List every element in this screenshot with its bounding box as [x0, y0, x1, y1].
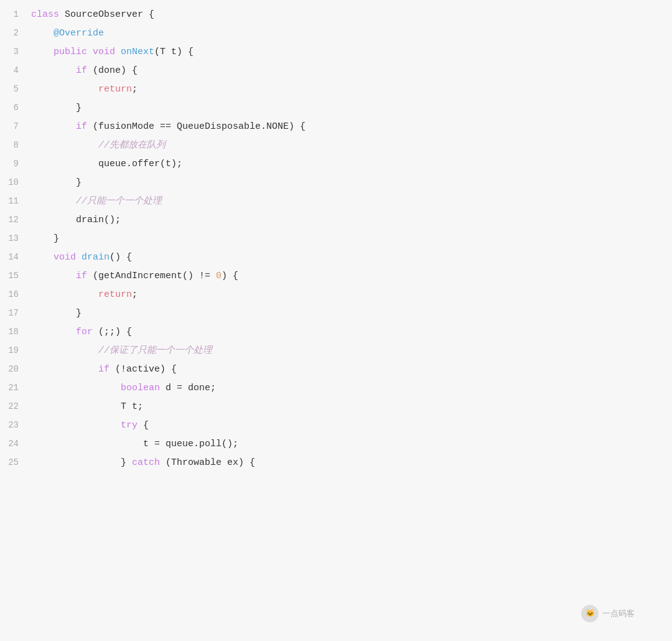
code-content: } — [31, 232, 672, 246]
token: //保证了只能一个一个处理 — [98, 345, 212, 356]
token: (done) { — [87, 65, 138, 76]
code-content: t = queue.poll(); — [31, 437, 672, 452]
token: ; — [132, 84, 138, 95]
line-number: 24 — [0, 437, 31, 451]
token — [31, 271, 76, 281]
line-number: 13 — [0, 232, 31, 245]
line-number: 8 — [0, 138, 31, 152]
code-line: 18 for (;;) { — [0, 324, 672, 342]
watermark-icon: 🐱 — [581, 605, 599, 622]
code-content: T t; — [31, 400, 672, 414]
token: if — [98, 364, 110, 375]
code-line: 1class SourceObserver { — [0, 6, 672, 25]
token: (Throwable ex) { — [160, 457, 255, 468]
code-content: @Override — [31, 26, 672, 41]
line-number: 12 — [0, 213, 31, 227]
code-line: 13 } — [0, 230, 672, 249]
code-content: //只能一个一个处理 — [31, 194, 672, 209]
token: if — [76, 271, 87, 281]
code-line: 19 //保证了只能一个一个处理 — [0, 342, 672, 361]
token — [31, 196, 76, 207]
code-line: 16 return; — [0, 286, 672, 305]
token — [31, 383, 121, 393]
token — [31, 345, 98, 356]
token: 0 — [216, 271, 222, 281]
token: return — [98, 84, 132, 95]
line-number: 6 — [0, 101, 31, 115]
code-line: 6 } — [0, 100, 672, 118]
token: () { — [110, 252, 132, 263]
token — [31, 65, 76, 76]
token — [31, 327, 76, 337]
code-content: if (fusionMode == QueueDisposable.NONE) … — [31, 119, 672, 134]
code-content: void drain() { — [31, 250, 672, 265]
token: } — [31, 103, 82, 113]
token: (;;) { — [93, 327, 132, 337]
token: onNext — [121, 47, 154, 57]
code-content: //先都放在队列 — [31, 138, 672, 153]
code-line: 22 T t; — [0, 398, 672, 417]
line-number: 1 — [0, 7, 31, 21]
watermark: 🐱 一点码客 — [581, 605, 635, 622]
line-number: 25 — [0, 456, 31, 469]
code-line: 25 } catch (Throwable ex) { — [0, 454, 672, 473]
line-number: 15 — [0, 269, 31, 283]
token: { — [138, 420, 149, 431]
code-content: public void onNext(T t) { — [31, 45, 672, 60]
token: void — [93, 47, 121, 57]
code-content: drain(); — [31, 213, 672, 228]
line-number: 22 — [0, 400, 31, 413]
code-content: return; — [31, 82, 672, 97]
token: } — [31, 233, 59, 244]
token: void — [54, 252, 82, 263]
token: ) { — [222, 271, 238, 281]
token: if — [76, 121, 87, 132]
token: return — [98, 289, 132, 300]
code-line: 10 } — [0, 174, 672, 193]
code-content: if (done) { — [31, 63, 672, 78]
code-line: 15 if (getAndIncrement() != 0) { — [0, 268, 672, 286]
token: //只能一个一个处理 — [76, 196, 162, 207]
code-line: 3 public void onNext(T t) { — [0, 44, 672, 62]
line-number: 14 — [0, 250, 31, 264]
line-number: 23 — [0, 418, 31, 432]
code-line: 21 boolean d = done; — [0, 380, 672, 398]
token: d = done; — [160, 383, 216, 393]
token: public — [54, 47, 93, 57]
code-content: } catch (Throwable ex) { — [31, 456, 672, 470]
token: } — [31, 457, 132, 468]
token: (T t) { — [154, 47, 194, 57]
line-number: 10 — [0, 175, 31, 189]
token: } — [31, 308, 82, 319]
token — [31, 28, 54, 39]
token: for — [76, 327, 93, 337]
line-number: 21 — [0, 381, 31, 395]
token: (!active) { — [110, 364, 177, 375]
code-content: //保证了只能一个一个处理 — [31, 344, 672, 358]
token: (getAndIncrement() != — [87, 271, 216, 281]
code-content: for (;;) { — [31, 325, 672, 340]
token: ; — [132, 289, 138, 300]
watermark-text: 一点码客 — [602, 607, 635, 620]
line-number: 4 — [0, 63, 31, 77]
token: SourceObserver { — [65, 9, 154, 20]
token — [31, 47, 54, 57]
token — [31, 252, 54, 263]
code-line: 2 @Override — [0, 25, 672, 44]
code-line: 11 //只能一个一个处理 — [0, 193, 672, 212]
code-content: class SourceObserver { — [31, 7, 672, 22]
line-number: 7 — [0, 119, 31, 133]
token: catch — [132, 457, 160, 468]
code-line: 7 if (fusionMode == QueueDisposable.NONE… — [0, 118, 672, 137]
token: class — [31, 9, 65, 20]
token — [31, 289, 98, 300]
code-content: queue.offer(t); — [31, 157, 672, 172]
token: } — [31, 177, 82, 188]
code-content: boolean d = done; — [31, 381, 672, 396]
code-line: 20 if (!active) { — [0, 361, 672, 380]
code-content: } — [31, 306, 672, 321]
token: T t; — [31, 401, 143, 412]
line-number: 5 — [0, 82, 31, 96]
token: drain(); — [31, 215, 121, 225]
token: drain — [82, 252, 110, 263]
